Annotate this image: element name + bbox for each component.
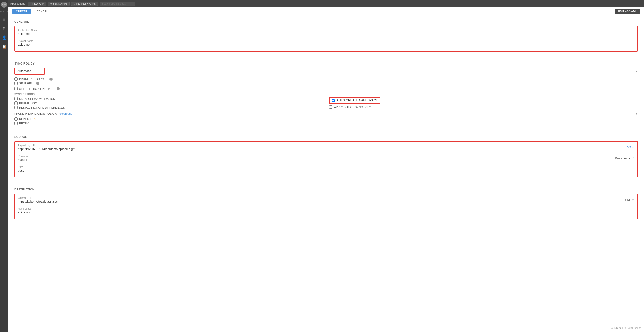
prune-propagation-dropdown-arrow[interactable]: ▼	[635, 112, 638, 115]
prune-last-row: PRUNE LAST	[14, 101, 323, 105]
sync-options-right: AUTO CREATE NAMESPACE APPLY OUT OF SYNC …	[329, 97, 638, 110]
cancel-button[interactable]: CANCEL	[33, 9, 52, 14]
sync-apps-button[interactable]: ⟳ SYNC APPS	[48, 2, 70, 6]
general-section: GENERAL Application Name Project Name	[14, 20, 638, 52]
sidebar-icon-settings[interactable]: ⚙	[1, 25, 7, 31]
edit-as-yaml-button[interactable]: EDIT AS YAML	[615, 9, 640, 14]
source-section: SOURCE Repository URL GIT ✓ R	[14, 135, 638, 177]
self-heal-checkbox[interactable]	[14, 82, 18, 85]
apply-out-of-sync-row: APPLY OUT OF SYNC ONLY	[329, 105, 638, 109]
sidebar-icon-user[interactable]: 👤	[1, 34, 7, 41]
namespace-label: Namespace	[18, 207, 634, 210]
sync-options-title: SYNC OPTIONS	[14, 93, 638, 96]
avatar[interactable]: OO	[1, 2, 7, 8]
prune-propagation-value[interactable]: Foreground	[58, 112, 72, 115]
form-header: CREATE CANCEL EDIT AS YAML	[8, 7, 644, 16]
sidebar-icon-apps[interactable]: ⊞	[1, 16, 7, 22]
respect-ignore-checkbox[interactable]	[14, 106, 18, 109]
prune-last-checkbox[interactable]	[14, 101, 18, 105]
form-area: CREATE CANCEL EDIT AS YAML GENERAL Appli…	[8, 7, 644, 332]
app-name-input[interactable]	[18, 32, 634, 36]
self-heal-row: SELF HEAL i	[14, 82, 638, 85]
project-name-input[interactable]	[18, 43, 634, 46]
namespace-input[interactable]	[18, 211, 634, 214]
path-input[interactable]	[18, 169, 634, 172]
repo-url-input[interactable]	[18, 147, 627, 151]
repo-url-row: Repository URL GIT ✓	[18, 144, 634, 151]
skip-schema-checkbox[interactable]	[14, 97, 18, 100]
topbar-title: Applications	[10, 2, 25, 5]
prune-resources-info-icon: i	[49, 78, 53, 81]
create-button[interactable]: CREATE	[12, 9, 31, 14]
retry-row: RETRY	[14, 122, 638, 125]
branches-tag[interactable]: Branches ▼	[615, 157, 631, 160]
version-label: v2.4.11+	[0, 11, 8, 13]
app-name-row: Application Name	[18, 29, 634, 36]
sidebar-icon-docs[interactable]: 📋	[1, 44, 7, 50]
refresh-icon[interactable]: ↺	[632, 157, 634, 160]
set-deletion-info-icon: i	[57, 87, 60, 90]
watermark: CSDN @上海_运维_0先生	[611, 326, 641, 330]
replace-row: REPLACE ⚠	[14, 117, 638, 121]
sync-policy-box[interactable]: Automatic	[14, 68, 45, 75]
destination-box: Cluster URL URL ▼ Namespace	[14, 194, 638, 219]
prune-resources-row: PRUNE RESOURCES i	[14, 77, 638, 81]
destination-section: DESTINATION Cluster URL URL ▼ Namespace	[14, 188, 638, 219]
apply-out-of-sync-checkbox[interactable]	[329, 105, 332, 109]
cluster-url-label: Cluster URL	[18, 197, 625, 199]
namespace-row: Namespace	[18, 207, 634, 214]
cluster-url-input[interactable]	[18, 200, 625, 203]
prune-propagation-row: PRUNE PROPAGATION POLICY: Foreground ▼	[14, 112, 638, 115]
url-tag[interactable]: URL ▼	[625, 199, 634, 202]
main-content: Applications + NEW APP ⟳ SYNC APPS ↺ REF…	[8, 0, 644, 332]
self-heal-info-icon: i	[36, 82, 39, 85]
set-deletion-finalizer-row: SET DELETION FINALIZER i	[14, 87, 638, 90]
topbar: Applications + NEW APP ⟳ SYNC APPS ↺ REF…	[8, 0, 644, 7]
form-content: GENERAL Application Name Project Name	[8, 16, 644, 229]
refresh-apps-button[interactable]: ↺ REFRESH APPS	[71, 2, 98, 6]
new-app-button[interactable]: + NEW APP	[28, 2, 46, 6]
prune-resources-checkbox[interactable]	[14, 77, 18, 81]
path-label: Path	[18, 165, 634, 168]
retry-checkbox[interactable]	[14, 122, 18, 125]
sync-options-grid: SKIP SCHEMA VALIDATION PRUNE LAST RESPEC…	[14, 97, 638, 110]
sync-policy-section: SYNC POLICY Automatic ▼ PRUNE RESOURCES …	[14, 62, 638, 125]
revision-input[interactable]	[18, 158, 615, 162]
repo-url-label: Repository URL	[18, 144, 627, 147]
cluster-url-row: Cluster URL URL ▼	[18, 197, 634, 203]
path-row: Path	[18, 165, 634, 172]
sync-options-left: SKIP SCHEMA VALIDATION PRUNE LAST RESPEC…	[14, 97, 323, 110]
search-input[interactable]	[100, 2, 135, 6]
replace-checkbox[interactable]	[14, 117, 18, 121]
project-name-row: Project Name	[18, 40, 634, 46]
git-tag: GIT ✓	[627, 146, 634, 149]
set-deletion-finalizer-checkbox[interactable]	[14, 87, 18, 90]
source-box: Repository URL GIT ✓ Revision Branches	[14, 141, 638, 177]
revision-row: Revision Branches ▼ ↺	[18, 155, 634, 162]
general-box: Application Name Project Name	[14, 26, 638, 52]
destination-title: DESTINATION	[14, 188, 638, 191]
auto-create-namespace-checkbox[interactable]	[332, 99, 335, 102]
replace-warning-icon: ⚠	[34, 117, 36, 121]
sync-policy-dropdown-arrow[interactable]: ▼	[635, 70, 638, 73]
app-name-label: Application Name	[18, 29, 634, 32]
respect-ignore-row: RESPECT IGNORE DIFFERENCES	[14, 106, 323, 109]
source-title: SOURCE	[14, 135, 638, 138]
project-name-label: Project Name	[18, 40, 634, 42]
sync-policy-title: SYNC POLICY	[14, 62, 638, 65]
sidebar: OO v2.4.11+ ⊞ ⚙ 👤 📋	[0, 0, 8, 332]
auto-create-namespace-box: AUTO CREATE NAMESPACE	[329, 97, 380, 104]
revision-label: Revision	[18, 155, 615, 158]
general-title: GENERAL	[14, 20, 638, 23]
skip-schema-row: SKIP SCHEMA VALIDATION	[14, 97, 323, 100]
